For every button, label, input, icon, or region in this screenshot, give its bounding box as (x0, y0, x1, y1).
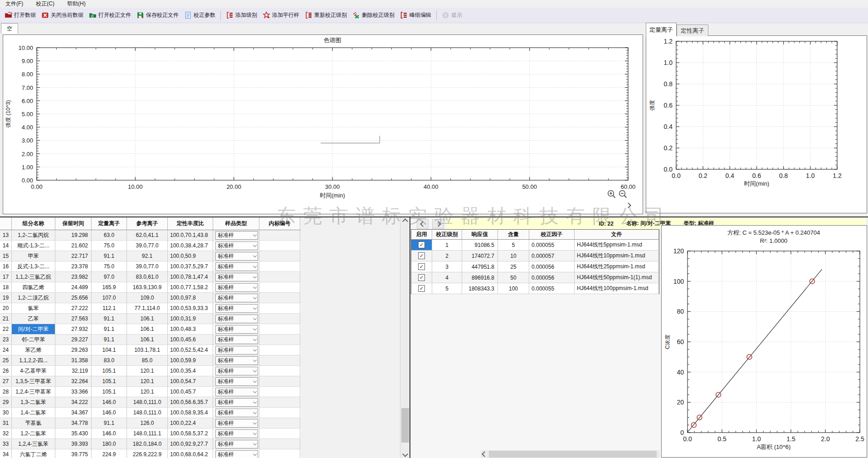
cell-sample_type[interactable]: 标准样 (213, 376, 259, 387)
menu-item-2[interactable]: 校正(C) (34, 0, 56, 8)
cell-num[interactable]: 15 (0, 251, 12, 261)
table-row[interactable]: 171,1,2-三氯乙烷23.98297.083.0,61.0100.0,78.… (0, 272, 301, 282)
cell-num[interactable]: 16 (0, 261, 12, 272)
cell-rt[interactable]: 23.378 (55, 261, 92, 272)
cell-num[interactable]: 30 (0, 408, 12, 418)
cell-factor[interactable]: 0.000055 (529, 240, 575, 251)
vertical-scrollbar[interactable] (400, 217, 410, 458)
cell-name[interactable]: 1,2-二溴乙烷 (12, 293, 55, 303)
cell-quant_ion[interactable]: 91.1 (92, 324, 127, 335)
cell-response[interactable]: 896916.8 (462, 272, 498, 283)
cell-name[interactable]: 1,2-二氯丙烷 (12, 230, 55, 241)
cell-num[interactable]: 28 (0, 387, 12, 397)
cell-rt[interactable]: 25.656 (55, 293, 92, 303)
cell-istd[interactable] (259, 282, 300, 293)
cell-amount[interactable]: 5 (498, 240, 529, 251)
sample-type-dropdown[interactable]: 标准样 (215, 367, 258, 375)
cell-ref_ion[interactable]: 120.1 (127, 387, 168, 397)
cell-level[interactable]: 1 (432, 240, 462, 251)
table-row[interactable]: 22间/对-二甲苯27.93291.1106.1100.0,48.3标准样 (0, 324, 301, 335)
cell-sample_type[interactable]: 标准样 (213, 293, 259, 303)
cell-quant_ion[interactable]: 165.9 (92, 282, 127, 293)
sample-type-dropdown[interactable]: 标准样 (215, 429, 258, 438)
scrollbar-thumb[interactable] (401, 408, 409, 443)
cell-factor[interactable]: 0.000056 (529, 261, 575, 272)
cell-num[interactable]: 29 (0, 397, 12, 408)
cell-amount[interactable]: 50 (498, 272, 529, 283)
sample-type-dropdown[interactable]: 标准样 (215, 377, 258, 386)
cell-rt[interactable]: 39.393 (55, 439, 92, 449)
cell-name[interactable]: 邻-二甲苯 (12, 335, 55, 345)
cell-ref_ion[interactable]: 148.0,111.0 (127, 408, 168, 418)
cell-sample_type[interactable]: 标准样 (213, 303, 259, 314)
cell-quant_ion[interactable]: 97.0 (92, 272, 127, 282)
column-header[interactable]: 文件 (575, 230, 659, 239)
cell-amount[interactable]: 10 (498, 251, 529, 261)
cell-sample_type[interactable]: 标准样 (213, 355, 259, 366)
cell-istd[interactable] (259, 366, 300, 376)
cell-ratio[interactable]: 100.0,38.4,28.7 (168, 241, 213, 251)
cell-num[interactable]: 26 (0, 366, 12, 376)
cell-ratio[interactable]: 100.0,53.9,33.3 (168, 303, 213, 314)
cell-name[interactable]: 苄基氯 (12, 418, 55, 428)
cell-num[interactable]: 17 (0, 272, 12, 282)
cell-num[interactable]: 34 (0, 449, 12, 458)
cell-rt[interactable]: 29.263 (55, 345, 92, 355)
cell-quant_ion[interactable]: 91.1 (92, 418, 127, 428)
cell-enabled[interactable]: ✓ (411, 251, 432, 261)
cell-num[interactable]: 25 (0, 355, 12, 366)
sample-type-dropdown[interactable]: 标准样 (215, 283, 258, 292)
cell-ref_ion[interactable]: 182.0,184.0 (127, 439, 168, 449)
sample-type-dropdown[interactable]: 标准样 (215, 409, 258, 417)
table-row[interactable]: 291,3-二氯苯34.222146.0148.0,111.0100.0,56.… (0, 397, 301, 408)
cell-name[interactable]: 1,1,2,2-四... (12, 355, 55, 366)
column-header[interactable]: 响应值 (462, 230, 498, 239)
cell-ref_ion[interactable]: 109.0 (127, 293, 168, 303)
cell-istd[interactable] (259, 387, 300, 397)
table-row[interactable]: 281,2,4-三甲基苯33.366105.1120.1100.0,45.7标准… (0, 387, 301, 397)
cell-name[interactable]: 乙苯 (12, 314, 55, 324)
cell-num[interactable]: 33 (0, 439, 12, 449)
toolbar-button-4[interactable]: 保存校正文件 (134, 10, 181, 20)
table-row[interactable]: 16反式-1,3-二...23.37875.039.0,77.0100.0,37… (0, 261, 301, 272)
cell-ref_ion[interactable]: 226.9,222.9 (127, 449, 168, 458)
scroll-up-icon[interactable] (400, 217, 410, 225)
toolbar-button-8[interactable]: 重新校正级别 (302, 10, 350, 20)
cell-num[interactable]: 14 (0, 241, 12, 251)
cell-response[interactable]: 447951.8 (462, 261, 498, 272)
level-row[interactable]: ✓3447951.8250.000056HJ644线性25ppmsim-1.ms… (411, 261, 659, 272)
cell-level[interactable]: 3 (432, 261, 462, 272)
tab-empty[interactable]: 空 (1, 23, 18, 34)
cell-rt[interactable]: 32.264 (55, 376, 92, 387)
cell-ratio[interactable]: 100.0,35.4 (168, 366, 213, 376)
table-row[interactable]: 18四氯乙烯24.489165.9163.9,130.9100.0,77.1,5… (0, 282, 301, 293)
cell-sample_type[interactable]: 标准样 (213, 230, 259, 241)
zoom-out-icon[interactable] (618, 189, 628, 199)
cell-response[interactable]: 1808343.3 (462, 283, 498, 294)
table-row[interactable]: 15甲苯22.71791.192.1100.0,50.9标准样 (0, 251, 301, 261)
cell-istd[interactable] (259, 335, 300, 345)
sample-type-dropdown[interactable]: 标准样 (215, 294, 258, 302)
table-row[interactable]: 331,2,4-三氯苯39.393180.0182.0,184.0100.0,9… (0, 439, 301, 449)
cell-ratio[interactable]: 100.0,78.1,47.4 (168, 272, 213, 282)
table-row[interactable]: 131,2-二氯丙烷19.29863.062.0,41.1100.0,70.1,… (0, 230, 301, 241)
table-row[interactable]: 21乙苯27.56391.1106.1100.0,31.9标准样 (0, 314, 301, 324)
level-row[interactable]: ✓2174072.7100.000057HJ644线性10ppmsim-1.ms… (411, 251, 659, 261)
cell-ratio[interactable]: 100.0,77.1,58.2 (168, 282, 213, 293)
cell-ref_ion[interactable]: 92.1 (127, 251, 168, 261)
cell-ref_ion[interactable]: 62.0,41.1 (127, 230, 168, 241)
cell-ratio[interactable]: 100.0,50.9 (168, 251, 213, 261)
table-row[interactable]: 264-乙基甲苯32.119105.1120.1100.0,35.4标准样 (0, 366, 301, 376)
column-header[interactable] (0, 217, 12, 230)
cell-rt[interactable]: 29.227 (55, 335, 92, 345)
cell-rt[interactable]: 31.358 (55, 355, 92, 366)
cell-factor[interactable]: 0.000055 (529, 283, 575, 294)
cell-istd[interactable] (259, 345, 300, 355)
cell-ratio[interactable]: 100.0,37.5,29.7 (168, 261, 213, 272)
sample-type-dropdown[interactable]: 标准样 (215, 231, 258, 240)
sample-type-dropdown[interactable]: 标准样 (215, 273, 258, 281)
cell-ratio[interactable]: 100.0,52.5,42.4 (168, 345, 213, 355)
toolbar-button-11[interactable]: i提示 (439, 10, 465, 20)
cell-ratio[interactable]: 100.0,54.7 (168, 376, 213, 387)
table-row[interactable]: 271,3,5-三甲基苯32.264105.1120.1100.0,54.7标准… (0, 376, 301, 387)
